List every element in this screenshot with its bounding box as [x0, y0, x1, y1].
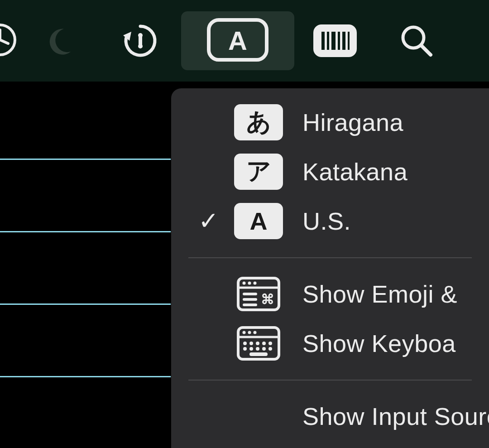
svg-point-33	[249, 342, 253, 345]
svg-rect-10	[321, 32, 325, 50]
svg-rect-42	[249, 352, 268, 356]
svg-point-6	[138, 44, 143, 48]
spotlight-icon	[399, 23, 434, 58]
svg-line-17	[422, 46, 431, 55]
menu-item-label: Hiragana	[302, 108, 403, 136]
us-icon: A	[234, 203, 283, 239]
checkmark-icon: ✓	[195, 207, 222, 235]
menu-item-show-emoji[interactable]: ⌘ Show Emoji &	[171, 269, 489, 318]
svg-rect-15	[348, 32, 350, 50]
svg-point-30	[248, 331, 251, 334]
menubar-spotlight[interactable]	[376, 11, 457, 70]
keyboard-viewer-icon	[234, 326, 283, 361]
menu-item-label: Show Emoji &	[302, 280, 457, 308]
svg-point-29	[243, 331, 246, 334]
menu-item-us[interactable]: ✓ A U.S.	[171, 196, 489, 246]
menu-divider	[188, 380, 472, 381]
svg-line-2	[0, 40, 8, 43]
barcode-icon	[312, 24, 358, 58]
input-source-menu: あ Hiragana ア Katakana ✓ A U.S.	[171, 88, 489, 448]
hiragana-icon: あ	[234, 104, 283, 140]
menu-item-label: Show Input Source	[302, 402, 489, 430]
menubar-barcode[interactable]	[294, 11, 376, 70]
menubar-clock[interactable]	[0, 11, 18, 70]
menubar: A	[0, 0, 489, 82]
menubar-backup[interactable]	[100, 11, 181, 70]
menu-item-show-keyboard[interactable]: Show Keyboa	[171, 318, 489, 368]
menu-item-label: Katakana	[302, 158, 408, 186]
svg-point-36	[268, 342, 272, 345]
time-machine-icon	[121, 22, 159, 60]
menubar-dnd[interactable]	[18, 11, 100, 70]
menubar-input-source[interactable]: A	[181, 11, 294, 70]
svg-point-37	[243, 347, 247, 351]
svg-text:⌘: ⌘	[261, 292, 274, 307]
svg-point-35	[262, 342, 266, 345]
katakana-icon: ア	[234, 154, 283, 190]
clock-icon	[0, 22, 18, 60]
menu-item-show-input-source[interactable]: Show Input Source	[171, 391, 489, 441]
svg-rect-13	[338, 32, 340, 50]
svg-point-22	[254, 281, 257, 284]
character-viewer-icon: ⌘	[234, 277, 283, 311]
svg-point-41	[268, 347, 272, 351]
svg-point-21	[248, 281, 251, 284]
svg-point-32	[243, 342, 247, 345]
svg-point-5	[138, 33, 143, 38]
svg-point-20	[243, 281, 246, 284]
svg-point-34	[256, 342, 259, 345]
svg-rect-11	[327, 32, 329, 50]
menu-item-katakana[interactable]: ア Katakana	[171, 147, 489, 196]
svg-rect-12	[331, 32, 336, 50]
svg-point-38	[249, 347, 253, 351]
do-not-disturb-icon	[43, 25, 75, 57]
svg-point-31	[254, 331, 257, 334]
menu-divider	[188, 257, 472, 258]
svg-point-39	[256, 347, 259, 351]
input-source-icon: A	[206, 17, 269, 64]
svg-rect-14	[342, 32, 345, 50]
menu-item-hiragana[interactable]: あ Hiragana	[171, 97, 489, 147]
menu-item-label: U.S.	[302, 207, 351, 235]
svg-point-40	[262, 347, 266, 351]
svg-text:A: A	[228, 26, 247, 55]
menu-item-label: Show Keyboa	[302, 329, 456, 357]
